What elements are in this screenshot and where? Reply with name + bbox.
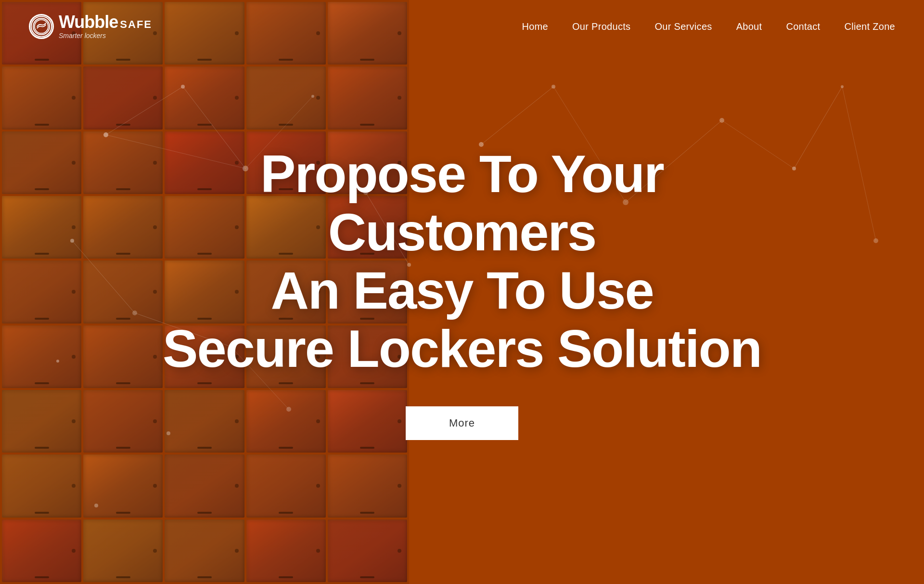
nav-link-client-zone[interactable]: Client Zone (844, 21, 895, 32)
hero-content: Propose To Your Customers An Easy To Use… (149, 144, 775, 440)
hero-title: Propose To Your Customers An Easy To Use… (149, 144, 775, 377)
main-nav: Wubble SAFE Smarter lockers Home Our Pro… (0, 0, 924, 53)
hero-title-line1: Propose To Your Customers (260, 144, 664, 261)
logo[interactable]: Wubble SAFE Smarter lockers (29, 13, 152, 39)
more-button[interactable]: More (406, 406, 518, 440)
nav-link-products[interactable]: Our Products (572, 21, 630, 32)
svg-point-34 (31, 16, 51, 37)
nav-links: Home Our Products Our Services About Con… (522, 21, 895, 32)
nav-item-products[interactable]: Our Products (572, 21, 630, 32)
svg-point-35 (35, 20, 48, 33)
nav-link-contact[interactable]: Contact (786, 21, 820, 32)
nav-item-client-zone[interactable]: Client Zone (844, 21, 895, 32)
hero-title-line2: An Easy To Use (270, 260, 653, 320)
brand-tagline: Smarter lockers (59, 32, 152, 39)
brand-name: Wubble (59, 13, 118, 31)
hero-title-line3: Secure Lockers Solution (163, 319, 761, 378)
nav-link-services[interactable]: Our Services (654, 21, 712, 32)
nav-link-home[interactable]: Home (522, 21, 548, 32)
nav-item-home[interactable]: Home (522, 21, 548, 32)
nav-item-about[interactable]: About (736, 21, 762, 32)
nav-item-contact[interactable]: Contact (786, 21, 820, 32)
nav-link-about[interactable]: About (736, 21, 762, 32)
nav-item-services[interactable]: Our Services (654, 21, 712, 32)
logo-icon (29, 14, 54, 39)
logo-text: Wubble SAFE Smarter lockers (59, 13, 152, 39)
brand-safe: SAFE (120, 18, 152, 31)
hero-section: Wubble SAFE Smarter lockers Home Our Pro… (0, 0, 924, 584)
